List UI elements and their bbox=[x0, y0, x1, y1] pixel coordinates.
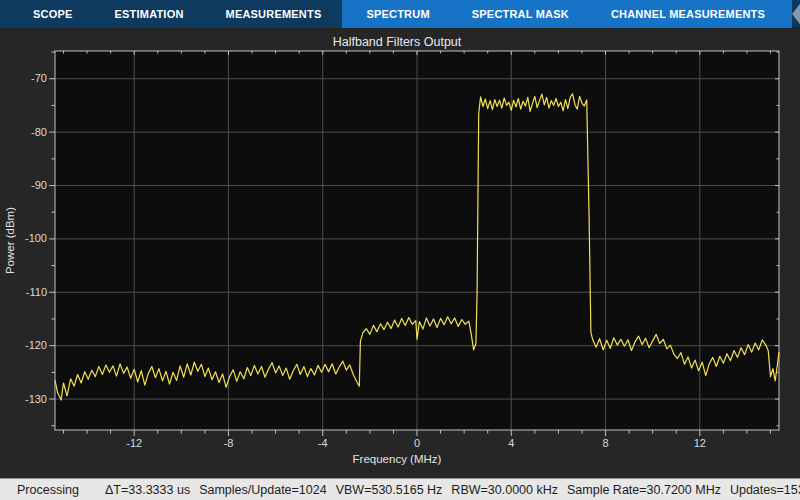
tabgroup-active: SPECTRUM SPECTRAL MASK CHANNEL MEASUREME… bbox=[342, 0, 792, 28]
svg-text:-4: -4 bbox=[318, 437, 328, 449]
tab-spectral-mask[interactable]: SPECTRAL MASK bbox=[451, 0, 590, 28]
status-samples-update: Samples/Update=1024 bbox=[199, 483, 327, 497]
toolstrip: SCOPE ESTIMATION MEASUREMENTS SPECTRUM S… bbox=[0, 0, 800, 28]
status-state: Processing bbox=[0, 483, 105, 497]
tab-spectrum[interactable]: SPECTRUM bbox=[345, 0, 450, 28]
svg-text:-100: -100 bbox=[25, 232, 47, 244]
tab-channel-measurements[interactable]: CHANNEL MEASUREMENTS bbox=[590, 0, 786, 28]
svg-text:0: 0 bbox=[414, 437, 420, 449]
svg-text:-130: -130 bbox=[25, 393, 47, 405]
y-axis-label-wrap: Power (dBm) bbox=[2, 51, 18, 430]
scope-display: -12-8-404812-70-80-90-100-110-120-130 Ha… bbox=[0, 28, 800, 478]
svg-text:-70: -70 bbox=[31, 72, 47, 84]
status-bar: Processing ΔT=33.3333 us Samples/Update=… bbox=[0, 478, 800, 500]
y-axis-label: Power (dBm) bbox=[4, 207, 16, 274]
spectrum-plot[interactable]: -12-8-404812-70-80-90-100-110-120-130 bbox=[0, 28, 800, 478]
svg-text:4: 4 bbox=[508, 437, 514, 449]
status-rbw: RBW=30.0000 kHz bbox=[451, 483, 558, 497]
tab-measurements[interactable]: MEASUREMENTS bbox=[205, 0, 343, 28]
status-sample-rate: Sample Rate=30.7200 MHz bbox=[567, 483, 721, 497]
svg-text:8: 8 bbox=[602, 437, 608, 449]
svg-text:-8: -8 bbox=[224, 437, 234, 449]
status-delta-t: ΔT=33.3333 us bbox=[105, 483, 190, 497]
svg-text:12: 12 bbox=[694, 437, 706, 449]
tabgroup-left: SCOPE ESTIMATION MEASUREMENTS bbox=[0, 0, 342, 28]
status-items: ΔT=33.3333 us Samples/Update=1024 VBW=53… bbox=[105, 483, 800, 497]
status-vbw: VBW=530.5165 Hz bbox=[336, 483, 443, 497]
help-button[interactable]: ? bbox=[792, 2, 800, 26]
tab-scope[interactable]: SCOPE bbox=[12, 0, 94, 28]
svg-text:-110: -110 bbox=[26, 286, 47, 298]
help-area: ? bbox=[792, 0, 800, 28]
plot-title: Halfband Filters Output bbox=[35, 35, 759, 49]
x-axis-label: Frequency (MHz) bbox=[35, 453, 759, 465]
svg-text:-12: -12 bbox=[126, 437, 142, 449]
status-updates: Updates=1530 bbox=[730, 483, 800, 497]
tab-estimation[interactable]: ESTIMATION bbox=[94, 0, 205, 28]
svg-text:-90: -90 bbox=[31, 179, 47, 191]
svg-text:-80: -80 bbox=[31, 126, 47, 138]
svg-text:-120: -120 bbox=[25, 339, 47, 351]
